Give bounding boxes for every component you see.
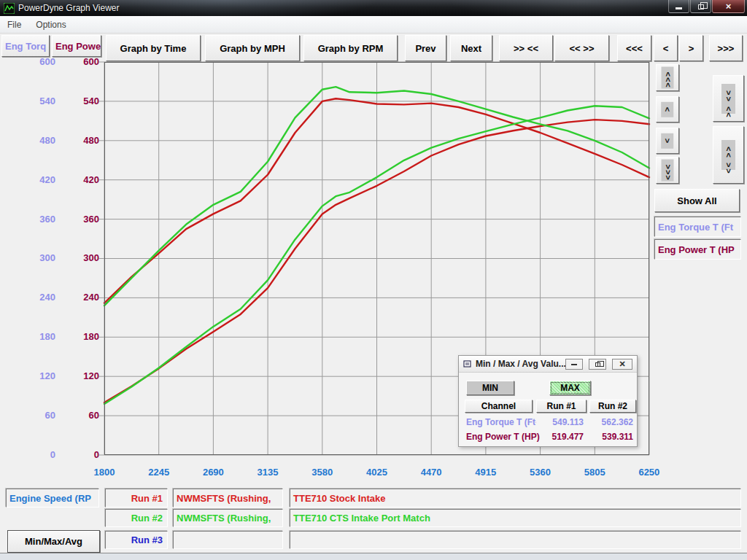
run3-description-field[interactable] xyxy=(290,531,741,549)
restore-icon xyxy=(595,362,600,367)
y-tick-label: 480 xyxy=(44,136,99,146)
min-toggle-button[interactable]: MIN xyxy=(466,381,514,395)
scroll-left-button[interactable]: < xyxy=(654,35,678,61)
menu-options[interactable]: Options xyxy=(28,20,73,30)
pan-up-button[interactable]: < xyxy=(656,96,679,122)
max-toggle-button[interactable]: MAX xyxy=(549,381,591,395)
eng-torque-axis-button[interactable]: Eng Torq xyxy=(1,35,50,57)
window-title: PowerDyne Graph Viewer xyxy=(18,3,120,13)
x-tick-label: 4025 xyxy=(363,467,390,478)
zoom-out-y-button[interactable]: << >> xyxy=(713,126,744,184)
minmax-header-run1[interactable]: Run #1 xyxy=(536,400,587,413)
x-tick-label: 5360 xyxy=(527,467,554,478)
pan-down-button[interactable]: > xyxy=(656,128,679,154)
x-tick-label: 3135 xyxy=(255,467,281,478)
minmax-minimize-button[interactable] xyxy=(565,359,583,370)
minmax-window: Min / Max / Avg Valu... ✕ MIN MAX Channe… xyxy=(458,355,638,447)
title-bar[interactable]: PowerDyne Graph Viewer × xyxy=(0,0,747,16)
graph-by-rpm-button[interactable]: Graph by RPM xyxy=(303,35,398,61)
y-axis-right-labels: 600540480420360300240180120600 xyxy=(44,57,99,460)
y-tick-label: 600 xyxy=(44,57,99,67)
x-tick-label: 4915 xyxy=(473,467,499,478)
x-axis-labels: 1800224526903135358040254470491553605805… xyxy=(91,467,662,478)
x-tick-label: 6250 xyxy=(636,467,662,478)
close-icon: ✕ xyxy=(619,360,625,368)
minimize-icon xyxy=(571,364,577,365)
run2-file-field[interactable]: NWMSFTS (Rushing, xyxy=(173,509,283,527)
minimize-button[interactable] xyxy=(668,0,689,13)
x-tick-label: 2245 xyxy=(146,467,172,478)
minmax-close-button[interactable]: ✕ xyxy=(612,359,632,370)
minmax-window-icon xyxy=(463,359,472,368)
run3-file-field[interactable] xyxy=(173,531,283,549)
x-tick-label: 3580 xyxy=(309,467,336,478)
window-bottom-frame xyxy=(0,553,747,560)
chevrons-diverge-icon: << >> xyxy=(721,140,735,170)
zoom-in-x-button[interactable]: >> << xyxy=(499,35,553,61)
minmax-row-channel: Eng Torque T (Ft- xyxy=(466,417,536,427)
y-tick-label: 180 xyxy=(44,332,99,342)
minmax-header-run2[interactable]: Run #2 xyxy=(589,400,636,413)
menu-bar: File Options xyxy=(0,16,747,34)
zoom-out-x-button[interactable]: << >> xyxy=(554,35,609,61)
next-button[interactable]: Next xyxy=(450,35,492,61)
minmax-header-channel[interactable]: Channel xyxy=(465,400,533,413)
y-tick-label: 540 xyxy=(44,96,99,106)
scroll-far-right-button[interactable]: >>> xyxy=(709,35,743,61)
close-icon: × xyxy=(726,1,732,12)
run1-file-field[interactable]: NWMSFTS (Rushing, xyxy=(173,489,283,508)
menu-file[interactable]: File xyxy=(0,20,28,30)
show-all-button[interactable]: Show All xyxy=(654,189,740,212)
minmax-title-bar[interactable]: Min / Max / Avg Valu... ✕ xyxy=(459,356,637,373)
scroll-right-button[interactable]: > xyxy=(679,35,703,61)
power-channel-label: Eng Power T (HP xyxy=(654,239,741,260)
y-tick-label: 300 xyxy=(44,253,99,263)
maximize-button[interactable] xyxy=(690,0,711,13)
app-icon xyxy=(4,3,15,14)
run3-label: Run #3 xyxy=(105,531,168,549)
x-channel-label: Engine Speed (RP xyxy=(6,489,99,508)
y-tick-label: 0 xyxy=(44,450,99,460)
torque-channel-label: Eng Torque T (Ft xyxy=(654,217,741,237)
minimize-icon xyxy=(676,7,682,9)
triple-chevron-down-icon: >>> xyxy=(662,160,674,182)
run1-description-field[interactable]: TTE710 Stock Intake xyxy=(290,489,741,508)
x-tick-label: 1800 xyxy=(91,467,117,478)
x-tick-label: 4470 xyxy=(418,467,444,478)
eng-power-axis-button[interactable]: Eng Powe xyxy=(52,35,101,57)
close-button[interactable]: × xyxy=(712,0,745,13)
prev-button[interactable]: Prev xyxy=(405,35,446,61)
triple-chevron-up-icon: <<< xyxy=(662,67,674,89)
run2-label: Run #2 xyxy=(105,509,168,527)
y-tick-label: 120 xyxy=(44,371,99,381)
scroll-far-left-button[interactable]: <<< xyxy=(617,35,651,61)
y-tick-label: 60 xyxy=(44,411,99,421)
minmax-restore-button[interactable] xyxy=(589,359,606,370)
minmax-value: 549.113 xyxy=(536,417,584,427)
minmax-value: 562.362 xyxy=(589,417,633,427)
zoom-in-y-button[interactable]: >> << xyxy=(713,75,744,122)
chevron-down-icon: > xyxy=(662,133,674,148)
pan-down-fast-button[interactable]: >>> xyxy=(656,157,679,184)
chevrons-converge-icon: >> << xyxy=(721,84,735,114)
run2-description-field[interactable]: TTE710 CTS Intake Port Match xyxy=(290,509,741,527)
minmax-window-title: Min / Max / Avg Valu... xyxy=(476,359,566,369)
pan-up-fast-button[interactable]: <<< xyxy=(656,64,679,91)
run1-label: Run #1 xyxy=(105,489,168,508)
restore-icon xyxy=(698,4,704,9)
x-tick-label: 5805 xyxy=(581,467,608,478)
minmax-value: 539.311 xyxy=(589,432,633,442)
y-tick-label: 360 xyxy=(44,214,99,225)
graph-by-time-button[interactable]: Graph by Time xyxy=(106,35,201,61)
chevron-up-icon: < xyxy=(662,101,674,117)
y-tick-label: 420 xyxy=(44,175,99,185)
minmaxavg-button[interactable]: Min/Max/Avg xyxy=(7,530,100,553)
graph-by-mph-button[interactable]: Graph by MPH xyxy=(205,35,300,61)
y-tick-label: 240 xyxy=(44,292,99,303)
minmax-value: 519.477 xyxy=(536,432,584,442)
x-tick-label: 2690 xyxy=(200,467,226,478)
